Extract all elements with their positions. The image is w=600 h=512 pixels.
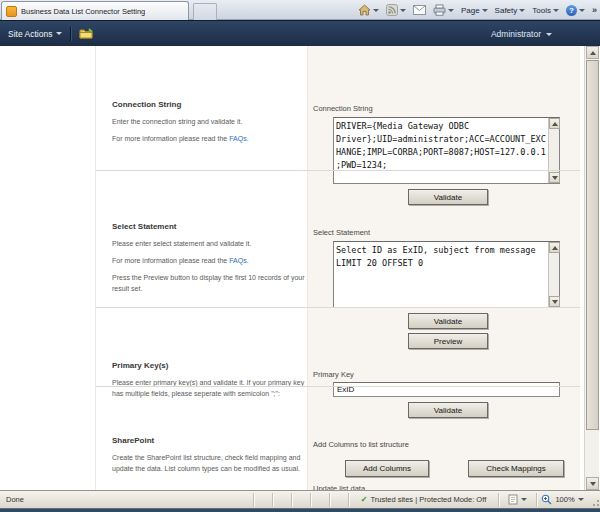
print-button[interactable] xyxy=(433,4,454,16)
connection-field-label: Connection String xyxy=(313,104,373,113)
content-left-border xyxy=(95,46,96,490)
home-button[interactable] xyxy=(358,4,379,16)
command-bar: Page Safety Tools ? » xyxy=(358,0,597,20)
home-caret-icon xyxy=(373,9,379,12)
resize-grip[interactable] xyxy=(588,493,600,507)
page-menu-label: Page xyxy=(461,6,480,15)
scroll-up-icon[interactable] xyxy=(549,242,560,253)
scrollbar-down-button[interactable] xyxy=(586,477,599,490)
scrollbar-thumb[interactable] xyxy=(586,60,599,430)
tab-title: Business Data List Connector Setting xyxy=(21,7,145,16)
scrollbar-up-button[interactable] xyxy=(586,46,599,59)
select-textarea-scrollbar[interactable] xyxy=(548,242,559,307)
zoom-magnifier-icon xyxy=(541,494,552,505)
statusbar-cell xyxy=(310,493,329,507)
feed-icon xyxy=(386,4,398,16)
browser-window: Business Data List Connector Setting Pag… xyxy=(0,0,600,512)
statusbar-cell xyxy=(272,493,291,507)
page-menu[interactable]: Page xyxy=(461,6,488,15)
add-columns-button[interactable]: Add Columns xyxy=(345,460,429,477)
statusbar-cell xyxy=(329,493,348,507)
read-mail-button[interactable] xyxy=(413,5,426,15)
help-icon: ? xyxy=(566,5,577,16)
zoom-control[interactable]: 100% xyxy=(536,493,588,507)
section-separator xyxy=(96,307,580,308)
zone-text: Trusted sites | Protected Mode: Off xyxy=(370,495,486,504)
privacy-page-icon xyxy=(508,494,518,505)
edit-page-folder-icon[interactable] xyxy=(79,27,94,40)
page-content: Connection String Enter the connection s… xyxy=(0,46,584,490)
site-actions-label: Site Actions xyxy=(8,29,52,39)
site-actions-caret-icon xyxy=(56,32,62,35)
user-menu[interactable]: Administrator xyxy=(491,21,552,47)
select-preview-desc: Press the Preview button to display the … xyxy=(112,272,312,294)
feeds-caret-icon xyxy=(400,9,406,12)
page-menu-caret-icon xyxy=(482,9,488,12)
print-caret-icon xyxy=(448,9,454,12)
select-section-heading: Select Statement xyxy=(112,222,176,231)
more-info-text: For more information please read the xyxy=(112,135,229,142)
zone-check-icon: ✓ xyxy=(361,495,368,504)
safety-menu[interactable]: Safety xyxy=(495,6,526,15)
home-icon xyxy=(358,4,371,16)
select-desc: Please enter select statement and valida… xyxy=(112,238,312,249)
status-text: Done xyxy=(0,495,253,504)
site-actions-menu[interactable]: Site Actions xyxy=(8,29,62,39)
primary-key-validate-button[interactable]: Validate xyxy=(408,402,488,418)
connection-string-value: DRIVER={Media Gateway ODBC Driver};UID=a… xyxy=(336,120,546,181)
select-statement-value: Select ID as ExID, subject from message … xyxy=(336,244,546,305)
tools-menu[interactable]: Tools xyxy=(532,6,559,15)
scroll-up-icon[interactable] xyxy=(549,118,560,129)
security-zone-indicator[interactable]: ✓ Trusted sites | Protected Mode: Off xyxy=(348,493,498,507)
toolbar-overflow-button[interactable]: » xyxy=(592,5,597,15)
page-scrollbar[interactable] xyxy=(584,46,599,490)
primary-key-field-label: Primary Key xyxy=(313,370,354,379)
browser-tab[interactable]: Business Data List Connector Setting xyxy=(1,1,189,20)
resize-grip-icon xyxy=(590,497,600,507)
check-mappings-button[interactable]: Check Mappings xyxy=(468,460,564,477)
scroll-down-icon xyxy=(590,482,596,486)
help-menu[interactable]: ? xyxy=(566,5,585,16)
mail-icon xyxy=(413,5,426,15)
scroll-down-icon[interactable] xyxy=(549,172,560,183)
connection-validate-button[interactable]: Validate xyxy=(408,189,488,205)
select-more-info: For more information please read the FAQ… xyxy=(112,255,312,266)
privacy-caret-icon xyxy=(521,498,527,501)
select-field-label: Select Statement xyxy=(313,228,370,237)
connection-more-info: For more information please read the FAQ… xyxy=(112,133,312,144)
sharepoint-top-bar: Site Actions Administrator xyxy=(0,20,600,46)
section-separator xyxy=(96,386,580,387)
user-menu-caret-icon xyxy=(546,33,552,36)
scroll-up-icon xyxy=(590,51,596,55)
zoom-level: 100% xyxy=(555,495,574,504)
section-separator xyxy=(96,170,580,171)
tools-menu-caret-icon xyxy=(553,9,559,12)
favicon-icon xyxy=(6,6,17,17)
privacy-report-button[interactable] xyxy=(498,493,536,507)
safety-menu-label: Safety xyxy=(495,6,518,15)
zoom-caret-icon xyxy=(578,498,584,501)
sharepoint-desc: Create the SharePoint list structure, ch… xyxy=(112,452,314,474)
status-bar: Done ✓ Trusted sites | Protected Mode: O… xyxy=(0,490,600,508)
sharepoint-section-heading: SharePoint xyxy=(112,436,154,445)
select-statement-textarea[interactable]: Select ID as ExID, subject from message … xyxy=(333,241,560,308)
faq-link[interactable]: FAQs xyxy=(229,135,247,142)
connection-string-textarea[interactable]: DRIVER={Media Gateway ODBC Driver};UID=a… xyxy=(333,117,560,184)
add-columns-label: Add Columns to list structure xyxy=(313,440,409,449)
window-frame-bottom xyxy=(0,508,600,512)
connection-textarea-scrollbar[interactable] xyxy=(548,118,559,183)
select-validate-button[interactable]: Validate xyxy=(408,313,488,329)
new-tab-button[interactable] xyxy=(193,3,217,20)
more-info-suffix: . xyxy=(247,257,249,264)
print-icon xyxy=(433,4,446,16)
faq-link[interactable]: FAQs xyxy=(229,257,247,264)
primary-key-section-heading: Primary Key(s) xyxy=(112,361,168,370)
safety-menu-caret-icon xyxy=(519,9,525,12)
select-preview-button[interactable]: Preview xyxy=(408,333,488,349)
tools-menu-label: Tools xyxy=(532,6,551,15)
scroll-down-icon[interactable] xyxy=(549,296,560,307)
user-menu-label: Administrator xyxy=(491,29,541,39)
primary-key-input[interactable]: ExID xyxy=(333,382,560,397)
help-caret-icon xyxy=(579,9,585,12)
feeds-button[interactable] xyxy=(386,4,406,16)
